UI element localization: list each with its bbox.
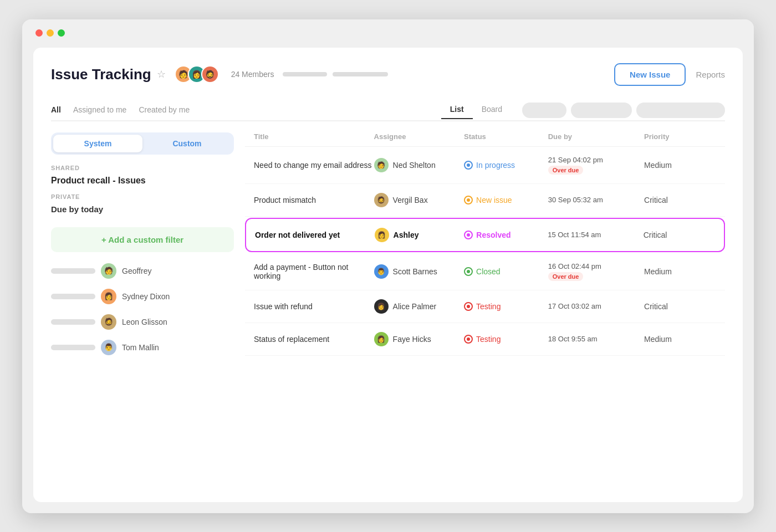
issues-table: Title Assignee Status Due by Priority Ne… bbox=[245, 132, 725, 365]
status-dot bbox=[464, 196, 473, 204]
due-date: 15 Oct 11:54 am bbox=[548, 231, 643, 239]
table-row[interactable]: Need to change my email address 🧑 Ned Sh… bbox=[245, 147, 725, 184]
filter-pill-2[interactable] bbox=[571, 103, 632, 118]
sidebar-toggle: System Custom bbox=[51, 132, 234, 155]
new-issue-button[interactable]: New Issue bbox=[614, 63, 686, 86]
priority-cell: Medium bbox=[644, 335, 716, 344]
due-cell: 17 Oct 03:02 am bbox=[548, 302, 644, 310]
table-row[interactable]: Status of replacement 👩 Faye Hicks Testi… bbox=[245, 323, 725, 356]
sidebar-system-tab[interactable]: System bbox=[53, 135, 142, 152]
status-dot bbox=[464, 231, 473, 239]
filter-pills bbox=[522, 103, 725, 118]
table-body: Need to change my email address 🧑 Ned Sh… bbox=[245, 147, 725, 356]
issue-title: Issue with refund bbox=[254, 302, 374, 311]
status-dot bbox=[464, 302, 473, 311]
assignee-cell: 👩 Faye Hicks bbox=[374, 332, 464, 346]
status-text: New issue bbox=[476, 196, 512, 204]
main-content: Issue Tracking ☆ 🧑 👩 🧔 24 Members New Is… bbox=[33, 48, 743, 502]
user-name-text: Sydney Dixon bbox=[122, 292, 170, 301]
close-button[interactable] bbox=[35, 29, 43, 37]
col-title: Title bbox=[254, 132, 374, 141]
assignee-name: Vergil Bax bbox=[393, 196, 428, 204]
col-priority: Priority bbox=[644, 132, 716, 141]
status-cell: Testing bbox=[464, 335, 548, 344]
view-tabs: List Board bbox=[441, 101, 511, 119]
sidebar-custom-tab[interactable]: Custom bbox=[142, 135, 232, 152]
maximize-button[interactable] bbox=[58, 29, 65, 37]
status-cell: In progress bbox=[464, 161, 548, 170]
filter-pill-3[interactable] bbox=[636, 103, 725, 118]
table-row[interactable]: Issue with refund 👩 Alice Palmer Testing… bbox=[245, 290, 725, 323]
assignee-name: Ned Shelton bbox=[393, 161, 436, 170]
issue-title: Status of replacement bbox=[254, 335, 374, 344]
tab-list[interactable]: List bbox=[441, 101, 473, 119]
status-text: Closed bbox=[476, 267, 501, 276]
col-status: Status bbox=[464, 132, 548, 141]
issue-title: Add a payment - Button not working bbox=[254, 263, 374, 280]
progress-bar-1 bbox=[283, 72, 327, 76]
due-cell: 15 Oct 11:54 am bbox=[548, 231, 643, 239]
filter-tab-all[interactable]: All bbox=[51, 102, 69, 119]
issue-title: Need to change my email address bbox=[254, 161, 374, 170]
filter-tab-assigned[interactable]: Assigned to me bbox=[73, 102, 135, 119]
avatar: 🧔 bbox=[201, 65, 219, 83]
sidebar-user-row-leon: 🧔 Leon Glisson bbox=[51, 314, 234, 330]
table-row[interactable]: Add a payment - Button not working 👨 Sco… bbox=[245, 253, 725, 290]
due-date: 16 Oct 02:44 pm bbox=[548, 262, 644, 270]
priority-cell: Critical bbox=[644, 231, 715, 239]
header-actions: New Issue Reports bbox=[614, 63, 725, 86]
due-cell: 21 Sep 04:02 pm Over due bbox=[548, 156, 644, 175]
user-pill bbox=[51, 294, 95, 299]
user-pill bbox=[51, 268, 95, 274]
assignee-avatar: 🧔 bbox=[374, 193, 389, 207]
user-avatar: 🧑 bbox=[101, 263, 116, 279]
page-title: Issue Tracking bbox=[51, 66, 151, 83]
due-cell: 16 Oct 02:44 pm Over due bbox=[548, 262, 644, 281]
sidebar: System Custom SHARED Product recall - Is… bbox=[51, 132, 234, 365]
priority-cell: Critical bbox=[644, 302, 716, 311]
user-name-text: Leon Glisson bbox=[122, 318, 167, 326]
due-date: 30 Sep 05:32 am bbox=[548, 196, 644, 204]
overdue-badge: Over due bbox=[548, 166, 584, 175]
assignee-avatar: 👩 bbox=[374, 299, 389, 314]
assignee-name: Scott Barnes bbox=[393, 267, 437, 276]
due-date: 18 Oct 9:55 am bbox=[548, 335, 644, 343]
table-row-highlighted[interactable]: Order not delivered yet 👩 Ashley Resolve… bbox=[245, 218, 725, 252]
assignee-name: Ashley bbox=[394, 231, 419, 239]
sidebar-shared-item[interactable]: Product recall - Issues bbox=[51, 176, 234, 186]
private-section-label: PRIVATE bbox=[51, 193, 234, 200]
priority-cell: Medium bbox=[644, 267, 716, 276]
filter-tab-created[interactable]: Created by me bbox=[139, 102, 197, 119]
add-filter-button[interactable]: + Add a custom filter bbox=[51, 227, 234, 252]
minimize-button[interactable] bbox=[47, 29, 54, 37]
due-date: 17 Oct 03:02 am bbox=[548, 302, 644, 310]
user-pill bbox=[51, 345, 95, 350]
table-row[interactable]: Product mismatch 🧔 Vergil Bax New issue … bbox=[245, 184, 725, 217]
progress-bar-2 bbox=[333, 72, 388, 76]
sidebar-user-row-sydney: 👩 Sydney Dixon bbox=[51, 289, 234, 304]
assignee-cell: 🧔 Vergil Bax bbox=[374, 193, 464, 207]
app-window: Issue Tracking ☆ 🧑 👩 🧔 24 Members New Is… bbox=[22, 19, 754, 513]
header: Issue Tracking ☆ 🧑 👩 🧔 24 Members New Is… bbox=[51, 63, 725, 86]
star-icon[interactable]: ☆ bbox=[157, 68, 166, 80]
tab-board[interactable]: Board bbox=[473, 101, 511, 119]
user-avatar: 👨 bbox=[101, 340, 116, 355]
user-avatar: 👩 bbox=[101, 289, 116, 304]
filter-pill-1[interactable] bbox=[522, 103, 566, 118]
sidebar-private-item[interactable]: Due by today bbox=[51, 204, 234, 214]
reports-button[interactable]: Reports bbox=[696, 70, 725, 79]
traffic-lights bbox=[35, 29, 65, 37]
status-dot bbox=[464, 267, 473, 276]
assignee-name: Faye Hicks bbox=[393, 335, 431, 344]
user-pill bbox=[51, 319, 95, 325]
user-name-text: Tom Mallin bbox=[122, 343, 159, 352]
assignee-cell: 👨 Scott Barnes bbox=[374, 264, 464, 279]
due-date: 21 Sep 04:02 pm bbox=[548, 156, 644, 164]
shared-section-label: SHARED bbox=[51, 165, 234, 171]
table-header: Title Assignee Status Due by Priority bbox=[245, 132, 725, 147]
assignee-avatar: 👩 bbox=[374, 332, 389, 346]
status-cell: New issue bbox=[464, 196, 548, 204]
status-text: Testing bbox=[476, 335, 501, 344]
title-bar bbox=[22, 19, 754, 37]
body-layout: System Custom SHARED Product recall - Is… bbox=[51, 132, 725, 365]
